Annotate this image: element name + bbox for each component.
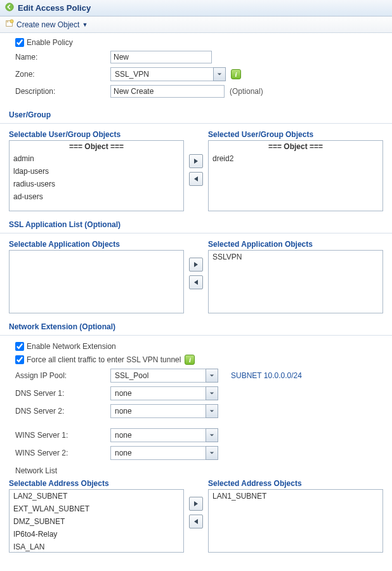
chevron-down-icon[interactable] (213, 67, 226, 81)
move-left-button[interactable] (189, 172, 203, 186)
force-tunnel-label: Force all client traffic to enter SSL VP… (27, 355, 181, 364)
wins1-select[interactable]: none (110, 428, 218, 442)
svg-point-3 (10, 20, 13, 23)
chevron-down-icon[interactable] (206, 369, 218, 383)
info-icon[interactable]: i (231, 69, 241, 79)
create-new-object[interactable]: Create new Object (16, 20, 79, 29)
list-item[interactable]: EXT_WLAN_SUBNET (10, 502, 183, 515)
selected-app-label: Selected Application Objects (208, 240, 383, 249)
enable-policy-checkbox[interactable] (15, 38, 24, 47)
move-right-button[interactable] (189, 258, 203, 272)
chevron-down-icon[interactable] (206, 404, 218, 418)
dns1-label: DNS Server 1: (15, 389, 110, 398)
selected-usergroup-listbox[interactable]: === Object === dreid2 (208, 140, 383, 211)
new-object-icon (5, 19, 14, 30)
selectable-address-label: Selectable Address Objects (9, 479, 184, 488)
chevron-down-icon[interactable] (206, 386, 218, 400)
selectable-address-listbox[interactable]: LAN2_SUBNETEXT_WLAN_SUBNETDMZ_SUBNETIP6t… (9, 489, 184, 553)
dns1-value: none (110, 386, 206, 400)
zone-select[interactable]: SSL_VPN (110, 67, 226, 81)
list-item[interactable]: ldap-users (10, 165, 183, 178)
name-label: Name: (15, 53, 110, 62)
list-item[interactable]: IP6to4-Relay (10, 528, 183, 541)
enable-netext-checkbox[interactable] (15, 342, 24, 351)
list-item[interactable]: radius-users (10, 178, 183, 190)
object-header: === Object === (10, 141, 183, 152)
chevron-down-icon[interactable] (206, 428, 218, 442)
list-item[interactable]: SSLVPN (209, 251, 382, 263)
assign-pool-value: SSL_Pool (110, 369, 206, 383)
assign-pool-select[interactable]: SSL_Pool (110, 369, 218, 383)
list-item[interactable]: ad-users (10, 190, 183, 203)
selectable-usergroup-listbox[interactable]: === Object === adminldap-usersradius-use… (9, 140, 184, 211)
selected-usergroup-label: Selected User/Group Objects (208, 130, 383, 139)
section-sslapp: SSL Application List (Optional) (0, 211, 392, 233)
network-list-label: Network List (15, 466, 377, 475)
list-item[interactable]: LAN1_SUBNET (209, 490, 382, 502)
zone-label: Zone: (15, 70, 110, 79)
assign-pool-label: Assign IP Pool: (15, 371, 110, 380)
force-tunnel-checkbox[interactable] (15, 355, 24, 364)
enable-policy-label: Enable Policy (27, 38, 73, 47)
wins2-label: WINS Server 2: (15, 449, 110, 457)
list-item[interactable]: ISA_LAN (10, 541, 183, 553)
dns1-select[interactable]: none (110, 386, 218, 400)
object-header: === Object === (209, 141, 382, 152)
optional-text: (Optional) (230, 87, 263, 96)
list-item[interactable]: dreid2 (209, 152, 382, 165)
selected-address-label: Selected Address Objects (208, 479, 383, 488)
list-item[interactable]: DMZ_SUBNET (10, 515, 183, 528)
selected-address-listbox[interactable]: LAN1_SUBNET (208, 489, 383, 553)
selectable-app-label: Selectable Application Objects (9, 240, 184, 249)
info-icon[interactable]: i (185, 355, 195, 365)
move-right-button[interactable] (189, 497, 203, 511)
dns2-select[interactable]: none (110, 404, 218, 418)
description-input[interactable] (110, 85, 225, 98)
back-icon (5, 3, 14, 13)
svg-point-0 (6, 3, 13, 11)
dns2-label: DNS Server 2: (15, 407, 110, 416)
dropdown-arrow-icon[interactable]: ▼ (82, 22, 88, 28)
list-item[interactable]: LAN2_SUBNET (10, 490, 183, 502)
selectable-app-listbox[interactable] (9, 250, 184, 313)
name-input[interactable] (110, 51, 212, 63)
selected-app-listbox[interactable]: SSLVPN (208, 250, 383, 313)
enable-netext-label: Enable Network Extension (27, 342, 116, 351)
chevron-down-icon[interactable] (206, 446, 218, 460)
wins1-value: none (110, 428, 206, 442)
move-left-button[interactable] (189, 515, 203, 528)
list-item[interactable]: admin (10, 152, 183, 165)
move-right-button[interactable] (189, 154, 203, 168)
subnet-text: SUBNET 10.0.0.0/24 (231, 371, 302, 380)
wins1-label: WINS Server 1: (15, 431, 110, 440)
wins2-value: none (110, 446, 206, 460)
dns2-value: none (110, 404, 206, 418)
zone-select-value: SSL_VPN (110, 67, 213, 81)
description-label: Description: (15, 87, 110, 96)
page-title: Edit Access Policy (18, 3, 91, 13)
svg-rect-2 (7, 22, 9, 23)
selectable-usergroup-label: Selectable User/Group Objects (9, 130, 184, 139)
move-left-button[interactable] (189, 275, 203, 289)
section-usergroup: User/Group (0, 102, 392, 124)
section-netext: Network Extension (Optional) (0, 313, 392, 336)
wins2-select[interactable]: none (110, 446, 218, 460)
